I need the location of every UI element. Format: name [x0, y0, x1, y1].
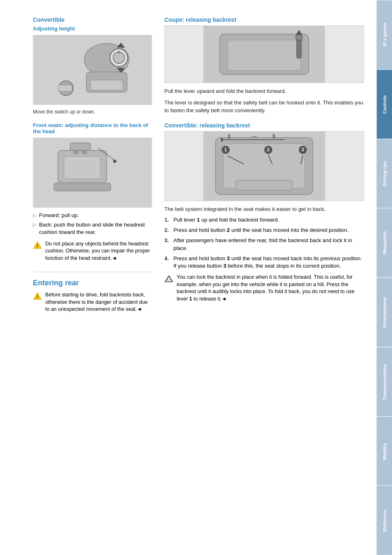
warning-triangle-icon-2: !: [33, 292, 42, 301]
step-1: 1. Pull lever 1 up and fold the backrest…: [164, 216, 364, 224]
sidebar-tab-communications[interactable]: Communications: [377, 347, 392, 416]
coupe-para2: The lever is designed so that the safety…: [164, 99, 364, 115]
svg-text:3: 3: [302, 147, 304, 152]
svg-rect-10: [58, 85, 72, 92]
coupe-releasing-backrest-image: [164, 25, 364, 83]
svg-text:1: 1: [224, 147, 227, 152]
convertible-releasing-backrest-image: 1 2 3 2 3: [164, 131, 364, 201]
svg-rect-3: [90, 80, 123, 90]
bullet-back: ▷ Back: push the button and slide the he…: [33, 221, 152, 236]
svg-point-18: [113, 160, 116, 163]
steps-list: 1. Pull lever 1 up and fold the backrest…: [164, 216, 364, 270]
sidebar-tab-controls[interactable]: Controls: [377, 69, 392, 139]
svg-text:—: —: [252, 133, 257, 139]
svg-point-5: [113, 52, 125, 64]
note-backrest-lock-text: You can lock the backrest in place when …: [177, 274, 364, 303]
warning-headrest: ! Do not place any objects behind the he…: [33, 240, 152, 262]
entering-rear-section: Entering rear ! Before starting to drive…: [33, 272, 152, 313]
svg-rect-27: [297, 38, 302, 58]
svg-rect-42: [236, 180, 293, 190]
note-triangle-icon: ▷: [164, 274, 173, 283]
front-seats-image: [33, 138, 152, 208]
svg-text:!: !: [37, 294, 38, 299]
sidebar-tab-at-a-glance[interactable]: At a glance: [377, 0, 392, 69]
forward-arrow-icon: ▷: [33, 212, 37, 219]
belt-intro: The belt system integrated in the seat m…: [164, 205, 364, 213]
bullet-forward: ▷ Forward: pull up.: [33, 212, 152, 219]
sidebar-tab-navigation[interactable]: Navigation: [377, 208, 392, 278]
svg-text:2: 2: [228, 133, 231, 139]
adjusting-height-title: Adjusting height: [33, 25, 152, 32]
svg-text:!: !: [37, 243, 38, 248]
svg-rect-13: [64, 156, 101, 178]
convertible-title: Convertible: [33, 16, 152, 23]
sidebar: At a glance Controls Driving tips Naviga…: [376, 0, 392, 555]
back-arrow-icon: ▷: [33, 222, 37, 229]
adjusting-height-image: [33, 35, 152, 105]
step-2: 2. Press and hold button 2 until the sea…: [164, 227, 364, 234]
adjusting-height-caption: Move the switch up or down.: [33, 109, 152, 115]
svg-text:2: 2: [267, 147, 270, 152]
svg-rect-19: [54, 183, 111, 191]
section-divider: [33, 272, 152, 272]
convertible-releasing-backrest-title: Convertible: releasing backrest: [164, 122, 364, 129]
warning-entering-rear: ! Before starting to drive, fold backres…: [33, 291, 152, 313]
sidebar-tab-driving-tips[interactable]: Driving tips: [377, 139, 392, 208]
coupe-releasing-backrest-title: Coupe: releasing backrest: [164, 16, 364, 23]
svg-text:3: 3: [272, 133, 275, 139]
sidebar-tab-reference[interactable]: Reference: [377, 486, 392, 555]
svg-text:▷: ▷: [168, 278, 171, 282]
coupe-para1: Pull the lever upward and fold the backr…: [164, 87, 364, 95]
step-4: 4. Press and hold button 3 until the sea…: [164, 255, 364, 270]
warning-headrest-text: Do not place any objects behind the head…: [45, 240, 152, 262]
front-seats-title: Front seats: adjusting distance to the b…: [33, 122, 152, 134]
svg-point-28: [296, 34, 302, 41]
entering-rear-title: Entering rear: [33, 279, 152, 287]
svg-rect-16: [70, 143, 90, 150]
step-3: 3. After passengers have entered the rea…: [164, 237, 364, 252]
note-backrest-lock: ▷ You can lock the backrest in place whe…: [164, 274, 364, 303]
sidebar-tab-entertainment[interactable]: Entertainment: [377, 278, 392, 347]
svg-rect-26: [228, 40, 300, 71]
warning-triangle-icon: !: [33, 241, 42, 250]
sidebar-tab-mobility[interactable]: Mobility: [377, 416, 392, 486]
entering-rear-warning-text: Before starting to drive, fold backrests…: [45, 291, 152, 313]
